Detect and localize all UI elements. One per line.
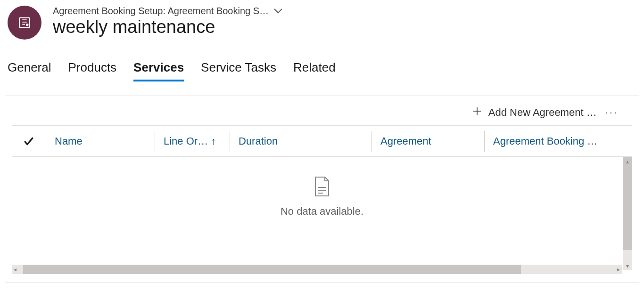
plus-icon — [472, 106, 482, 119]
breadcrumb[interactable]: Agreement Booking Setup: Agreement Booki… — [53, 6, 283, 16]
add-new-button[interactable]: Add New Agreement … — [472, 106, 597, 119]
column-label: Duration — [239, 135, 278, 147]
scroll-right-icon[interactable]: ▸ — [615, 266, 622, 273]
tab-products[interactable]: Products — [68, 60, 117, 81]
svg-rect-0 — [20, 18, 30, 28]
document-icon — [313, 176, 331, 199]
column-header-agreement[interactable]: Agreement — [372, 131, 484, 152]
more-commands-button[interactable]: ··· — [605, 106, 618, 119]
grid-header-row: Name Line Or… ↑ Duration Agreement Agree… — [12, 126, 632, 157]
scroll-down-icon[interactable]: ▾ — [626, 262, 629, 270]
scrollbar-thumb[interactable] — [23, 265, 521, 274]
tab-general[interactable]: General — [8, 60, 51, 81]
tab-service-tasks[interactable]: Service Tasks — [201, 60, 276, 81]
column-header-name[interactable]: Name — [46, 131, 155, 152]
grid-body: No data available. — [12, 157, 632, 237]
column-header-line-order[interactable]: Line Or… ↑ — [155, 131, 230, 152]
column-header-duration[interactable]: Duration — [230, 131, 372, 152]
vertical-scrollbar[interactable]: ▴ ▾ — [623, 157, 632, 270]
add-new-label: Add New Agreement … — [488, 106, 597, 119]
column-header-agreement-booking[interactable]: Agreement Booking S… — [484, 131, 606, 152]
column-label: Agreement — [380, 135, 431, 147]
column-label: Line Or… — [164, 135, 208, 147]
entity-icon — [8, 6, 41, 40]
sort-ascending-icon: ↑ — [211, 135, 216, 147]
chevron-down-icon — [273, 6, 283, 16]
select-all-checkbox[interactable] — [12, 131, 46, 152]
tab-bar: General Products Services Service Tasks … — [0, 40, 644, 81]
empty-message: No data available. — [281, 205, 363, 218]
horizontal-scrollbar[interactable]: ◂ ▸ — [12, 265, 622, 274]
tab-services[interactable]: Services — [133, 60, 184, 81]
scroll-up-icon[interactable]: ▴ — [626, 157, 629, 166]
tab-related[interactable]: Related — [293, 60, 336, 81]
column-label: Agreement Booking S… — [493, 135, 598, 147]
scroll-left-icon[interactable]: ◂ — [12, 266, 18, 273]
svg-point-1 — [26, 24, 28, 26]
grid-toolbar: Add New Agreement … ··· — [12, 103, 632, 126]
checkmark-icon — [23, 135, 35, 147]
page-title: weekly maintenance — [53, 17, 283, 37]
scrollbar-thumb[interactable] — [623, 157, 632, 250]
breadcrumb-label: Agreement Booking Setup: Agreement Booki… — [53, 6, 269, 16]
grid-panel: Add New Agreement … ··· Name Line Or… ↑ … — [5, 96, 639, 283]
column-label: Name — [55, 135, 83, 147]
